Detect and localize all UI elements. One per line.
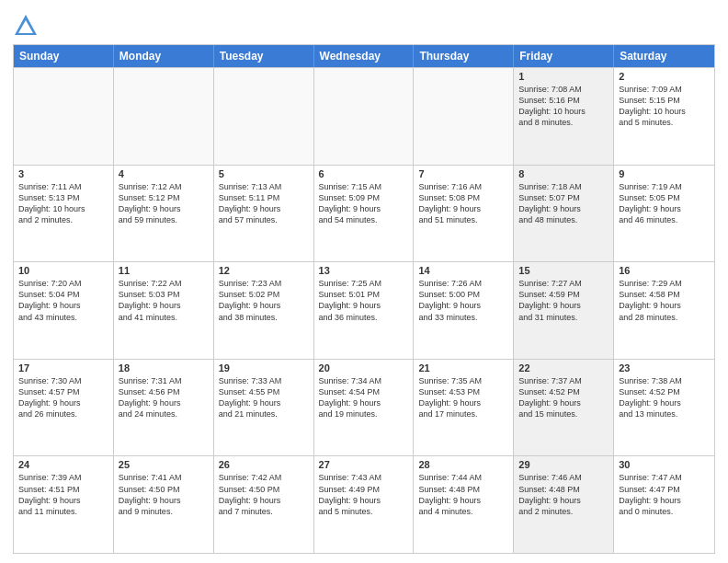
cal-cell <box>414 68 514 165</box>
cal-cell: 19Sunrise: 7:33 AM Sunset: 4:55 PM Dayli… <box>214 360 314 456</box>
day-number: 23 <box>619 362 710 373</box>
cell-info: Sunrise: 7:19 AM Sunset: 5:05 PM Dayligh… <box>619 181 710 226</box>
logo-icon <box>13 13 39 39</box>
header-day-saturday: Saturday <box>614 45 714 67</box>
cal-cell: 30Sunrise: 7:47 AM Sunset: 4:47 PM Dayli… <box>614 456 714 553</box>
cal-row-1: 3Sunrise: 7:11 AM Sunset: 5:13 PM Daylig… <box>14 165 714 262</box>
cal-cell: 22Sunrise: 7:37 AM Sunset: 4:52 PM Dayli… <box>514 360 614 456</box>
day-number: 30 <box>619 459 710 470</box>
cal-cell: 13Sunrise: 7:25 AM Sunset: 5:01 PM Dayli… <box>314 262 415 359</box>
cell-info: Sunrise: 7:13 AM Sunset: 5:11 PM Dayligh… <box>219 181 309 226</box>
cell-info: Sunrise: 7:39 AM Sunset: 4:51 PM Dayligh… <box>18 472 108 517</box>
cal-cell: 11Sunrise: 7:22 AM Sunset: 5:03 PM Dayli… <box>114 262 214 359</box>
cal-cell <box>314 68 415 165</box>
cal-cell: 28Sunrise: 7:44 AM Sunset: 4:48 PM Dayli… <box>414 456 514 553</box>
cell-info: Sunrise: 7:23 AM Sunset: 5:02 PM Dayligh… <box>219 278 309 323</box>
cell-info: Sunrise: 7:18 AM Sunset: 5:07 PM Dayligh… <box>518 181 609 226</box>
day-number: 26 <box>219 459 309 470</box>
calendar: SundayMondayTuesdayWednesdayThursdayFrid… <box>13 44 715 554</box>
cell-info: Sunrise: 7:30 AM Sunset: 4:57 PM Dayligh… <box>18 375 108 420</box>
cal-cell <box>114 68 214 165</box>
cell-info: Sunrise: 7:29 AM Sunset: 4:58 PM Dayligh… <box>619 278 710 323</box>
cal-cell: 5Sunrise: 7:13 AM Sunset: 5:11 PM Daylig… <box>214 166 314 262</box>
header-day-thursday: Thursday <box>414 45 514 67</box>
cal-cell: 17Sunrise: 7:30 AM Sunset: 4:57 PM Dayli… <box>14 360 114 456</box>
cal-row-3: 17Sunrise: 7:30 AM Sunset: 4:57 PM Dayli… <box>14 359 714 456</box>
cal-cell <box>14 68 114 165</box>
header <box>13 9 715 39</box>
cal-row-2: 10Sunrise: 7:20 AM Sunset: 5:04 PM Dayli… <box>14 261 714 359</box>
calendar-header: SundayMondayTuesdayWednesdayThursdayFrid… <box>14 45 714 67</box>
cal-cell: 18Sunrise: 7:31 AM Sunset: 4:56 PM Dayli… <box>114 360 214 456</box>
cal-cell: 3Sunrise: 7:11 AM Sunset: 5:13 PM Daylig… <box>14 166 114 262</box>
cal-cell: 21Sunrise: 7:35 AM Sunset: 4:53 PM Dayli… <box>414 360 514 456</box>
header-day-monday: Monday <box>114 45 214 67</box>
cell-info: Sunrise: 7:47 AM Sunset: 4:47 PM Dayligh… <box>619 472 710 517</box>
cell-info: Sunrise: 7:46 AM Sunset: 4:48 PM Dayligh… <box>518 472 609 517</box>
cell-info: Sunrise: 7:34 AM Sunset: 4:54 PM Dayligh… <box>319 375 409 420</box>
cal-cell: 15Sunrise: 7:27 AM Sunset: 4:59 PM Dayli… <box>514 262 614 359</box>
cal-cell: 9Sunrise: 7:19 AM Sunset: 5:05 PM Daylig… <box>614 166 714 262</box>
cell-info: Sunrise: 7:37 AM Sunset: 4:52 PM Dayligh… <box>518 375 609 420</box>
cell-info: Sunrise: 7:44 AM Sunset: 4:48 PM Dayligh… <box>418 472 508 517</box>
cell-info: Sunrise: 7:31 AM Sunset: 4:56 PM Dayligh… <box>119 375 209 420</box>
day-number: 2 <box>619 71 710 82</box>
cal-row-0: 1Sunrise: 7:08 AM Sunset: 5:16 PM Daylig… <box>14 67 714 165</box>
day-number: 25 <box>119 459 209 470</box>
cal-cell: 20Sunrise: 7:34 AM Sunset: 4:54 PM Dayli… <box>314 360 415 456</box>
day-number: 18 <box>119 362 209 373</box>
cell-info: Sunrise: 7:16 AM Sunset: 5:08 PM Dayligh… <box>418 181 508 226</box>
cal-cell: 7Sunrise: 7:16 AM Sunset: 5:08 PM Daylig… <box>414 166 514 262</box>
cal-cell: 6Sunrise: 7:15 AM Sunset: 5:09 PM Daylig… <box>314 166 415 262</box>
day-number: 27 <box>319 459 409 470</box>
cell-info: Sunrise: 7:41 AM Sunset: 4:50 PM Dayligh… <box>119 472 209 517</box>
logo <box>13 13 40 39</box>
cell-info: Sunrise: 7:15 AM Sunset: 5:09 PM Dayligh… <box>319 181 409 226</box>
cell-info: Sunrise: 7:11 AM Sunset: 5:13 PM Dayligh… <box>18 181 108 226</box>
day-number: 24 <box>18 459 108 470</box>
cal-cell: 2Sunrise: 7:09 AM Sunset: 5:15 PM Daylig… <box>614 68 714 165</box>
cal-cell: 1Sunrise: 7:08 AM Sunset: 5:16 PM Daylig… <box>514 68 614 165</box>
day-number: 7 <box>418 168 508 179</box>
header-day-friday: Friday <box>514 45 614 67</box>
cal-cell: 10Sunrise: 7:20 AM Sunset: 5:04 PM Dayli… <box>14 262 114 359</box>
cal-cell: 8Sunrise: 7:18 AM Sunset: 5:07 PM Daylig… <box>514 166 614 262</box>
cell-info: Sunrise: 7:38 AM Sunset: 4:52 PM Dayligh… <box>619 375 710 420</box>
cal-row-4: 24Sunrise: 7:39 AM Sunset: 4:51 PM Dayli… <box>14 455 714 553</box>
day-number: 17 <box>18 362 108 373</box>
cell-info: Sunrise: 7:22 AM Sunset: 5:03 PM Dayligh… <box>119 278 209 323</box>
day-number: 10 <box>18 265 108 276</box>
cal-cell: 24Sunrise: 7:39 AM Sunset: 4:51 PM Dayli… <box>14 456 114 553</box>
day-number: 21 <box>418 362 508 373</box>
cal-cell: 26Sunrise: 7:42 AM Sunset: 4:50 PM Dayli… <box>214 456 314 553</box>
header-day-wednesday: Wednesday <box>314 45 415 67</box>
cal-cell: 4Sunrise: 7:12 AM Sunset: 5:12 PM Daylig… <box>114 166 214 262</box>
cal-cell: 16Sunrise: 7:29 AM Sunset: 4:58 PM Dayli… <box>614 262 714 359</box>
cell-info: Sunrise: 7:26 AM Sunset: 5:00 PM Dayligh… <box>418 278 508 323</box>
cell-info: Sunrise: 7:27 AM Sunset: 4:59 PM Dayligh… <box>518 278 609 323</box>
cell-info: Sunrise: 7:25 AM Sunset: 5:01 PM Dayligh… <box>319 278 409 323</box>
calendar-body: 1Sunrise: 7:08 AM Sunset: 5:16 PM Daylig… <box>14 67 714 553</box>
cal-cell: 25Sunrise: 7:41 AM Sunset: 4:50 PM Dayli… <box>114 456 214 553</box>
day-number: 12 <box>219 265 309 276</box>
header-day-sunday: Sunday <box>14 45 114 67</box>
day-number: 28 <box>418 459 508 470</box>
cell-info: Sunrise: 7:35 AM Sunset: 4:53 PM Dayligh… <box>418 375 508 420</box>
day-number: 15 <box>518 265 609 276</box>
cal-cell: 27Sunrise: 7:43 AM Sunset: 4:49 PM Dayli… <box>314 456 415 553</box>
day-number: 29 <box>518 459 609 470</box>
day-number: 16 <box>619 265 710 276</box>
cell-info: Sunrise: 7:09 AM Sunset: 5:15 PM Dayligh… <box>619 84 710 129</box>
day-number: 6 <box>319 168 409 179</box>
day-number: 13 <box>319 265 409 276</box>
header-day-tuesday: Tuesday <box>214 45 314 67</box>
day-number: 8 <box>518 168 609 179</box>
day-number: 20 <box>319 362 409 373</box>
cal-cell: 23Sunrise: 7:38 AM Sunset: 4:52 PM Dayli… <box>614 360 714 456</box>
day-number: 3 <box>18 168 108 179</box>
day-number: 1 <box>518 71 609 82</box>
cell-info: Sunrise: 7:20 AM Sunset: 5:04 PM Dayligh… <box>18 278 108 323</box>
day-number: 14 <box>418 265 508 276</box>
cal-cell: 29Sunrise: 7:46 AM Sunset: 4:48 PM Dayli… <box>514 456 614 553</box>
day-number: 22 <box>518 362 609 373</box>
